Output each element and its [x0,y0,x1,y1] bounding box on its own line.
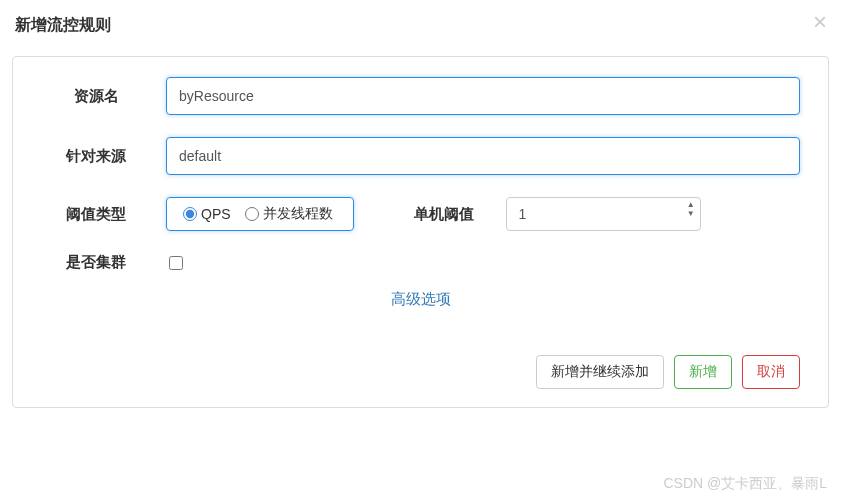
radio-threads[interactable]: 并发线程数 [245,205,333,223]
cluster-checkbox[interactable] [169,256,183,270]
single-threshold-label: 单机阈值 [414,205,474,224]
spinner-down-icon[interactable]: ▼ [687,210,695,218]
radio-qps-label: QPS [201,206,231,222]
resource-row: 资源名 [41,77,800,115]
modal-body: 资源名 针对来源 阈值类型 QPS 并发线程数 单机阈值 ▲ ▼ [12,56,829,408]
cluster-row: 是否集群 [41,253,800,272]
modal-header: 新增流控规则 × [0,0,841,46]
advanced-row: 高级选项 [41,290,800,309]
modal-title: 新增流控规则 [15,15,826,36]
radio-threads-label: 并发线程数 [263,205,333,223]
add-continue-button[interactable]: 新增并继续添加 [536,355,664,389]
resource-input[interactable] [166,77,800,115]
threshold-row: 阈值类型 QPS 并发线程数 单机阈值 ▲ ▼ [41,197,800,231]
source-label: 针对来源 [41,147,151,166]
resource-label: 资源名 [41,87,151,106]
close-icon[interactable]: × [813,10,827,34]
single-threshold-wrap: ▲ ▼ [506,197,701,231]
cancel-button[interactable]: 取消 [742,355,800,389]
add-button[interactable]: 新增 [674,355,732,389]
source-row: 针对来源 [41,137,800,175]
footer-buttons: 新增并继续添加 新增 取消 [41,349,800,389]
spinner-up-icon[interactable]: ▲ [687,201,695,209]
radio-threads-input[interactable] [245,207,259,221]
threshold-type-label: 阈值类型 [41,205,151,224]
radio-qps-input[interactable] [183,207,197,221]
watermark: CSDN @艾卡西亚、暴雨L [663,475,827,493]
advanced-options-link[interactable]: 高级选项 [391,290,451,307]
spinner: ▲ ▼ [687,201,695,218]
radio-qps[interactable]: QPS [183,206,231,222]
source-input[interactable] [166,137,800,175]
threshold-radio-group: QPS 并发线程数 [166,197,354,231]
cluster-label: 是否集群 [41,253,151,272]
single-threshold-input[interactable] [506,197,701,231]
